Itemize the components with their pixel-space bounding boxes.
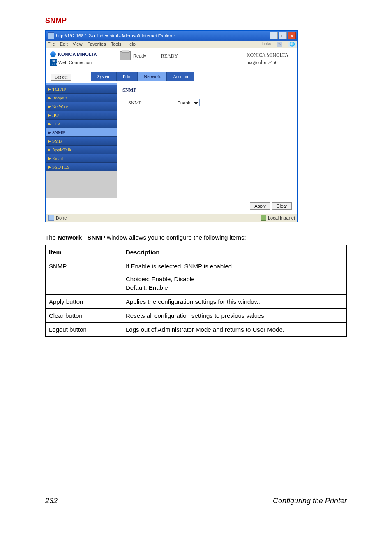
- items-table: Item Description SNMP If Enable is selec…: [45, 245, 347, 337]
- links-chevron-icon[interactable]: »: [277, 42, 282, 47]
- triangle-icon: ▶: [48, 148, 51, 152]
- menu-edit[interactable]: Edit: [60, 42, 68, 47]
- pagescope-logo: PAGE SCOPE Web Connection: [50, 59, 120, 66]
- menu-view[interactable]: View: [73, 42, 83, 47]
- th-desc: Description: [122, 245, 347, 259]
- device-model: magicolor 7450: [247, 59, 288, 66]
- menu-bar: File Edit View Favorites Tools Help Link…: [46, 41, 297, 48]
- status-done: Done: [56, 215, 67, 220]
- ie-icon: [48, 32, 54, 39]
- triangle-icon: ▶: [48, 105, 51, 109]
- brand-name: KONICA MINOLTA: [58, 52, 97, 57]
- menu-help[interactable]: Help: [126, 42, 136, 47]
- minimize-button[interactable]: _: [270, 32, 278, 39]
- tab-print[interactable]: Print: [117, 72, 138, 81]
- konica-logo: KONICA MINOLTA: [50, 51, 120, 57]
- apply-button[interactable]: Apply: [250, 202, 270, 210]
- sidebar-item-appletalk[interactable]: ▶AppleTalk: [46, 146, 117, 154]
- device-brand: KONICA MINOLTA: [247, 51, 288, 59]
- window-titlebar: http://192.168.1.2/a_index.html - Micros…: [46, 31, 297, 41]
- globe-icon: [50, 51, 56, 57]
- intranet-icon: [261, 215, 266, 221]
- links-label: Links: [262, 42, 271, 47]
- logout-button[interactable]: Log out: [51, 74, 71, 81]
- sidebar-item-smb[interactable]: ▶SMB: [46, 137, 117, 146]
- sidebar-item-ssltls[interactable]: ▶SSL/TLS: [46, 163, 117, 171]
- section-heading: SNMP: [45, 16, 347, 25]
- status-zone: Local intranet: [268, 215, 295, 220]
- table-row: Apply button Applies the configuration s…: [46, 295, 347, 309]
- table-row: Clear button Resets all configuration se…: [46, 309, 347, 323]
- tab-system[interactable]: System: [91, 72, 116, 81]
- device-info: KONICA MINOLTA magicolor 7450: [247, 51, 293, 66]
- sidebar-item-bonjour[interactable]: ▶Bonjour: [46, 94, 117, 102]
- maximize-button[interactable]: □: [279, 32, 287, 39]
- tab-account[interactable]: Account: [167, 72, 194, 81]
- page-number: 232: [45, 497, 58, 505]
- table-row: Logout button Logs out of Administrator …: [46, 323, 347, 337]
- browser-window: http://192.168.1.2/a_index.html - Micros…: [45, 30, 298, 222]
- clear-button[interactable]: Clear: [272, 202, 292, 210]
- menu-favorites[interactable]: Favorites: [87, 42, 106, 47]
- status-ready-big: READY: [161, 53, 178, 59]
- sidebar-item-tcpip[interactable]: ▶TCP/IP: [46, 85, 117, 94]
- menu-file[interactable]: File: [48, 42, 55, 47]
- pane-title: SNMP: [122, 87, 292, 93]
- window-title: http://192.168.1.2/a_index.html - Micros…: [56, 33, 270, 38]
- table-row: SNMP If Enable is selected, SNMP is enab…: [46, 259, 347, 295]
- triangle-icon: ▶: [48, 157, 51, 160]
- done-icon: [48, 215, 54, 221]
- sidebar-item-ipp[interactable]: ▶IPP: [46, 111, 117, 120]
- triangle-icon: ▶: [48, 96, 51, 100]
- snmp-field-label: SNMP: [128, 100, 142, 106]
- triangle-icon: ▶: [48, 139, 51, 143]
- intro-text: The Network - SNMP window allows you to …: [45, 234, 347, 241]
- triangle-icon: ▶: [48, 113, 51, 117]
- sidebar-item-snmp[interactable]: ▶SNMP: [46, 128, 117, 137]
- tab-network[interactable]: Network: [138, 72, 167, 81]
- snmp-select[interactable]: Enable: [175, 99, 200, 106]
- webconnection-label: Web Connection: [58, 60, 92, 65]
- th-item: Item: [46, 245, 122, 259]
- sidebar: ▶TCP/IP ▶Bonjour ▶NetWare ▶IPP ▶FTP ▶SNM…: [46, 83, 117, 198]
- sidebar-item-netware[interactable]: ▶NetWare: [46, 102, 117, 111]
- triangle-icon: ▶: [48, 122, 51, 126]
- page-footer: 232 Configuring the Printer: [45, 493, 347, 518]
- pagescope-icon: PAGE SCOPE: [50, 59, 57, 66]
- status-ready: Ready: [133, 53, 146, 58]
- triangle-icon: ▶: [48, 165, 51, 169]
- printer-icon: [120, 51, 131, 60]
- close-button[interactable]: ✕: [288, 32, 296, 39]
- menu-tools[interactable]: Tools: [111, 42, 122, 47]
- sidebar-item-ftp[interactable]: ▶FTP: [46, 120, 117, 128]
- sidebar-item-email[interactable]: ▶Email: [46, 154, 117, 163]
- footer-title: Configuring the Printer: [273, 497, 347, 505]
- triangle-icon: ▶: [48, 131, 51, 134]
- ie-throbber-icon: 🌐: [288, 42, 296, 47]
- triangle-icon: ▶: [48, 88, 51, 91]
